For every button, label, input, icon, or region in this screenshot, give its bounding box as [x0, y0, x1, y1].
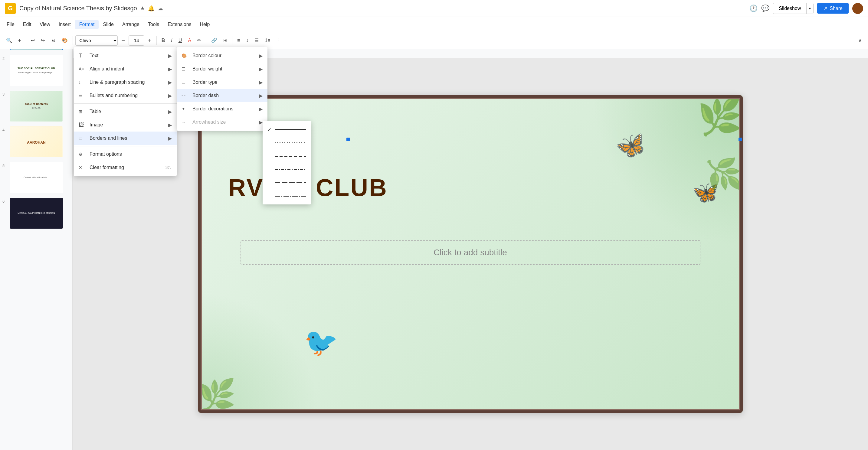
leaf-decoration-right: 🌿 [706, 155, 742, 193]
menu-arrange[interactable]: Arrange [118, 20, 144, 29]
toolbar-separator-5 [232, 36, 232, 45]
font-size-input[interactable] [129, 35, 144, 46]
slideshow-main-button[interactable]: Slideshow [773, 3, 806, 13]
format-menu-item-table[interactable]: ⊞ Table ▶ [74, 105, 177, 118]
format-menu-item-clear[interactable]: ✕ Clear formatting ⌘\ [74, 161, 177, 174]
font-size-decrease-button[interactable]: − [119, 35, 127, 46]
zoom-button[interactable]: 🔍 [4, 36, 14, 45]
bullets-button[interactable]: ☰ [252, 36, 261, 45]
user-avatar[interactable] [852, 3, 863, 14]
slide-thumbnail-3[interactable]: 3 Table of Contents 02 04 05 [0, 88, 72, 124]
slideshow-dropdown-button[interactable]: ▾ [806, 3, 813, 13]
format-menu-item-spacing[interactable]: ↕ Line & paragraph spacing ▶ [74, 75, 177, 89]
dash-option-long-dash-dot[interactable] [262, 189, 311, 203]
slide-preview-content-4: AAROHAN [10, 127, 62, 157]
menu-tools[interactable]: Tools [144, 20, 163, 29]
align-button[interactable]: ≡ [235, 36, 242, 45]
bullets-menu-arrow: ▶ [168, 93, 172, 99]
border-type-icon: ▭ [182, 80, 190, 85]
comments-button[interactable]: 💬 [761, 4, 769, 12]
dash-option-dashed[interactable] [262, 150, 311, 163]
slide-thumbnail-2[interactable]: 2 THE SOCIAL SERVICE CLUB It lends suppo… [0, 53, 72, 88]
bullets-menu-label: Bullets and numbering [90, 93, 168, 98]
arrowhead-size-item[interactable]: → Arrowhead size ▶ [177, 116, 268, 129]
insert-link-button[interactable]: ⊞ [221, 36, 229, 45]
menu-help[interactable]: Help [196, 20, 214, 29]
format-menu-item-text[interactable]: T Text ▶ [74, 49, 177, 62]
slide-thumbnail-5[interactable]: 5 Content slide with details... [0, 160, 72, 195]
print-button[interactable]: 🖨 [49, 36, 58, 45]
align-menu-arrow: ▶ [168, 66, 172, 72]
redo-button[interactable]: ↪ [38, 36, 47, 45]
top-right-controls: 🕐 💬 Slideshow ▾ ↗ Share [749, 3, 863, 14]
border-weight-item[interactable]: ☰ Border weight ▶ [177, 62, 268, 75]
font-size-increase-button[interactable]: + [146, 35, 154, 46]
borders-menu-arrow: ▶ [168, 135, 172, 141]
slide-preview-3[interactable]: Table of Contents 02 04 05 [10, 91, 63, 122]
menu-extensions[interactable]: Extensions [163, 20, 195, 29]
slide-subtitle-placeholder[interactable]: Click to add subtitle [241, 240, 701, 265]
share-icon: ↗ [823, 5, 827, 11]
underline-button[interactable]: U [176, 36, 185, 45]
slide-preview-6[interactable]: MEDICAL CAMP / BANKING SESSION [10, 198, 63, 229]
border-type-item[interactable]: ▭ Border type ▶ [177, 75, 268, 89]
highlight-color-button[interactable]: ✏ [195, 36, 204, 45]
image-menu-icon: 🖼 [79, 122, 87, 128]
spacing-menu-icon: ↕ [79, 80, 87, 85]
border-colour-item[interactable]: 🎨 Border colour ▶ [177, 49, 268, 62]
text-menu-icon: T [79, 53, 87, 59]
dash-line-dashed [275, 156, 306, 157]
menu-format[interactable]: Format [75, 20, 99, 29]
dash-option-long-dash[interactable] [262, 176, 311, 189]
dash-line-long-dash-dot [275, 196, 306, 197]
selection-handle-top-right[interactable] [739, 138, 742, 141]
dash-option-dotted[interactable] [262, 136, 311, 150]
border-dash-icon: - - [182, 93, 190, 98]
link-button[interactable]: 🔗 [209, 36, 220, 45]
menu-edit[interactable]: Edit [19, 20, 36, 29]
notifications-icon[interactable]: 🔔 [148, 5, 155, 12]
slide-preview-4[interactable]: AAROHAN [10, 126, 63, 157]
dash-line-dash-dot [275, 169, 306, 170]
format-menu-item-align[interactable]: A≡ Align and indent ▶ [74, 62, 177, 75]
toolbar-separator-3 [156, 36, 157, 45]
slide-number-4: 4 [2, 128, 7, 132]
slide-thumbnail-4[interactable]: 4 AAROHAN [0, 124, 72, 160]
menu-insert[interactable]: Insert [55, 20, 75, 29]
share-button[interactable]: ↗ Share [817, 3, 849, 13]
format-menu-item-borders[interactable]: ▭ Borders and lines ▶ [74, 132, 177, 145]
slide-thumbnail-6[interactable]: 6 MEDICAL CAMP / BANKING SESSION [0, 195, 72, 231]
border-decorations-item[interactable]: ✦ Border decorations ▶ [177, 102, 268, 116]
bold-button[interactable]: B [159, 36, 167, 45]
dash-option-solid[interactable]: ✓ [262, 123, 311, 136]
collapse-toolbar-button[interactable]: ∧ [856, 36, 864, 45]
format-menu-item-image[interactable]: 🖼 Image ▶ [74, 118, 177, 132]
history-button[interactable]: 🕐 [749, 4, 757, 12]
format-menu-item-format-options[interactable]: ⚙ Format options [74, 148, 177, 161]
menu-slide[interactable]: Slide [99, 20, 118, 29]
font-family-select[interactable]: Chivo [75, 35, 118, 46]
menu-view[interactable]: View [35, 20, 54, 29]
undo-button[interactable]: ↩ [28, 36, 37, 45]
menu-file[interactable]: File [2, 20, 19, 29]
text-color-button[interactable]: A [185, 36, 194, 45]
cloud-icon[interactable]: ☁ [158, 5, 163, 12]
format-menu-item-bullets[interactable]: ☰ Bullets and numbering ▶ [74, 89, 177, 102]
favorite-icon[interactable]: ★ [140, 5, 145, 12]
more-options-button[interactable]: ⋮ [274, 36, 284, 45]
numbered-list-button[interactable]: 1≡ [262, 36, 273, 45]
add-slide-button[interactable]: + [16, 36, 23, 45]
slide-preview-5[interactable]: Content slide with details... [10, 162, 63, 193]
selection-handle-top[interactable] [346, 138, 350, 141]
clear-formatting-label: Clear formatting [90, 165, 165, 170]
line-spacing-button[interactable]: ↕ [244, 36, 251, 45]
border-dash-item[interactable]: - - Border dash ▶ [177, 89, 268, 102]
clear-formatting-icon: ✕ [79, 165, 87, 170]
slide-preview-content-5: Content slide with details... [10, 163, 62, 192]
italic-button[interactable]: I [168, 36, 175, 45]
dash-line-solid [275, 129, 306, 130]
slide-preview-2[interactable]: THE SOCIAL SERVICE CLUB It lends support… [10, 55, 63, 86]
border-weight-label: Border weight [192, 66, 259, 72]
dash-option-dash-dot[interactable] [262, 163, 311, 176]
paint-format-button[interactable]: 🎨 [59, 36, 70, 45]
